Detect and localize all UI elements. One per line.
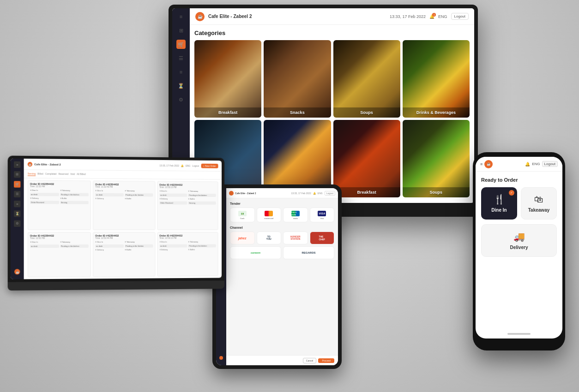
laptop-sidebar-icon-4[interactable]: ≡ bbox=[14, 201, 20, 207]
categories-area: Categories Breakfast Snacks Soups Drinks… bbox=[190, 25, 474, 203]
laptop-sidebar-icon-active[interactable]: 🛒 bbox=[14, 181, 20, 187]
sidebar-icon-active[interactable]: 🛒 bbox=[176, 40, 186, 49]
channel-thechef[interactable]: THECHEF bbox=[310, 232, 335, 244]
laptop-tab-reserved[interactable]: Reserved bbox=[58, 172, 68, 176]
mastercard-icon bbox=[265, 211, 273, 216]
phone-dine-in-option[interactable]: ✓ 🍴 Dine In bbox=[481, 187, 517, 220]
laptop-order-row-6-buffet: ✕ Buffet bbox=[188, 248, 216, 250]
tablet-bell[interactable]: 🔔 bbox=[313, 192, 316, 195]
laptop-order-tag-3c: Order Received bbox=[159, 201, 187, 204]
category-soups-1[interactable]: Soups bbox=[333, 40, 400, 118]
laptop-tab-void[interactable]: Void bbox=[70, 172, 75, 176]
category-soups-2[interactable]: Soups bbox=[403, 120, 470, 197]
sidebar-icon-settings[interactable]: ⚙ bbox=[176, 95, 186, 104]
tablet-brand-logo bbox=[229, 191, 234, 196]
category-breakfast-1[interactable]: Breakfast bbox=[194, 40, 261, 118]
laptop-order-card-4[interactable]: Order ID #42354432 Time: 12:52 PM ✕ Dine… bbox=[28, 232, 91, 277]
laptop-order-card-1[interactable]: Order ID #42354432 Time: 12:32 PM ✕ Dine… bbox=[28, 180, 91, 230]
channel-section: Channel jahez TOYOU HUNGERSTATION THECHE… bbox=[230, 226, 334, 259]
tablet-status-dot bbox=[219, 356, 223, 360]
phone-delivery-icon: 🚚 bbox=[513, 231, 525, 242]
category-snacks-1[interactable]: Snacks bbox=[264, 40, 331, 118]
phone-delivery-option[interactable]: 🚚 Delivery bbox=[481, 224, 557, 257]
laptop-sidebar: ≡ ⊞ 🛒 ☰ ≡ ⏳ ⚙ ☕ bbox=[11, 159, 24, 279]
header-right: 13:33, 17 Feb 2022 🔔 1 ENG Logout bbox=[390, 13, 469, 20]
categories-title: Categories bbox=[194, 30, 470, 36]
laptop-brand-logo: ☕ bbox=[28, 162, 32, 166]
laptop-order-tag-4b: Pending in the kitchen bbox=[60, 244, 89, 248]
laptop-sidebar-icon-5[interactable]: ⏳ bbox=[14, 210, 20, 217]
laptop-order-time-3: Time: 12:53:13 PM bbox=[159, 186, 216, 189]
tender-section: Tender 💵 Cash mastercard CS3.0 mada ma bbox=[230, 202, 334, 222]
laptop-lang[interactable]: ENG bbox=[186, 164, 191, 167]
laptop-order-time-2: Time: 11:32:43 PM bbox=[95, 186, 153, 189]
phone-dine-in-icon: 🍴 bbox=[494, 194, 505, 205]
phone-lang-selector[interactable]: ENG bbox=[532, 162, 540, 166]
laptop-tab-serving[interactable]: Serving bbox=[28, 172, 36, 176]
tablet-cancel-button[interactable]: Cancel bbox=[303, 358, 317, 363]
tender-mada[interactable]: CS3.0 mada mada bbox=[283, 208, 308, 222]
tablet-proceed-button[interactable]: Proceed bbox=[318, 358, 334, 363]
laptop-order-row-2-delivery: ✕ Delivery bbox=[95, 197, 124, 200]
category-drinks-1[interactable]: Drinks & Beverages bbox=[403, 40, 470, 118]
categories-grid: Breakfast Snacks Soups Drinks & Beverage… bbox=[194, 40, 470, 197]
laptop-order-tag-1c: Order Received bbox=[30, 201, 59, 204]
channel-careem[interactable]: careem bbox=[230, 246, 281, 259]
laptop-order-card-6[interactable]: Order ID #42354432 Time: 12:53:13 PM ✕ D… bbox=[157, 232, 218, 276]
sidebar-icon-list[interactable]: ☰ bbox=[176, 53, 186, 63]
header-time: 13:33, 17 Feb 2022 bbox=[390, 14, 426, 19]
tender-visa-label: Visa bbox=[320, 217, 324, 220]
phone-takeaway-option[interactable]: 🛍 Takeaway bbox=[521, 187, 557, 220]
tablet-logout[interactable]: Logout bbox=[325, 191, 335, 196]
channel-toyou[interactable]: TOYOU bbox=[257, 232, 282, 244]
laptop-sidebar-icon-2[interactable]: ⊞ bbox=[14, 171, 20, 178]
laptop-order-row-3-buffet: ✕ Buffet bbox=[188, 198, 216, 200]
laptop-tab-completed[interactable]: Completed bbox=[45, 172, 57, 176]
laptop-sidebar-icon-6[interactable]: ⚙ bbox=[14, 220, 20, 227]
sidebar-icon-timer[interactable]: ⏳ bbox=[176, 81, 186, 90]
phone-menu-icon[interactable]: ≡ bbox=[480, 162, 482, 166]
laptop-order-card-5[interactable]: Order ID #42354432 Time: 12:52:44 PM ✕ D… bbox=[93, 232, 155, 277]
tablet-lang[interactable]: ENG bbox=[318, 192, 323, 195]
laptop-order-tag-2b: Pending in the kitchen bbox=[125, 193, 153, 196]
tender-cash[interactable]: 💵 Cash bbox=[230, 208, 255, 222]
laptop-screen: ≡ ⊞ 🛒 ☰ ≡ ⏳ ⚙ ☕ ☕ Cafe Elite - Zabeel 2 … bbox=[11, 159, 222, 279]
sidebar-icon-items[interactable]: ≡ bbox=[176, 67, 186, 77]
tablet: Cafe Elite - Zabeel 2 13:33, 17 Feb 2022… bbox=[212, 184, 342, 369]
laptop-tab-allbilled[interactable]: All Billed bbox=[77, 172, 85, 176]
laptop-order-tag-3d: Serving bbox=[188, 202, 216, 205]
tablet-brand-name: Cafe Elite - Zabeel 2 bbox=[235, 192, 256, 195]
laptop-order-card-3[interactable]: Order ID #42354432 Time: 12:53:13 PM ✕ D… bbox=[157, 181, 218, 230]
laptop-order-card-2[interactable]: Order ID #42354432 Time: 11:32:43 PM ✕ D… bbox=[93, 181, 155, 230]
category-breakfast-2[interactable]: Breakfast bbox=[333, 120, 400, 197]
phone-bell-icon[interactable]: 🔔 bbox=[525, 162, 530, 166]
laptop-new-order-button[interactable]: + New Order bbox=[201, 163, 218, 168]
laptop-sidebar-icon-1[interactable]: ≡ bbox=[14, 161, 20, 168]
laptop-logout[interactable]: Logout bbox=[192, 164, 199, 167]
laptop-tab-billed[interactable]: Billed bbox=[37, 172, 43, 176]
category-label-drinks-1: Drinks & Beverages bbox=[403, 107, 470, 118]
laptop-order-row-delivery: ✕ Delivery bbox=[30, 197, 59, 199]
tender-mastercard[interactable]: mastercard bbox=[257, 208, 282, 222]
laptop-order-row-3-delivery: ✕ Delivery bbox=[159, 197, 187, 200]
language-selector[interactable]: ENG bbox=[438, 14, 447, 19]
laptop-main: ☕ Cafe Elite - Zabeel 2 13:33, 17 Feb 20… bbox=[24, 159, 222, 279]
logout-button[interactable]: Logout bbox=[451, 13, 469, 20]
channel-regards[interactable]: REGARDS bbox=[283, 246, 334, 259]
laptop-bell[interactable]: 🔔 bbox=[181, 164, 184, 167]
sidebar-icon-menu[interactable]: ≡ bbox=[176, 12, 186, 21]
laptop: ≡ ⊞ 🛒 ☰ ≡ ⏳ ⚙ ☕ ☕ Cafe Elite - Zabeel 2 … bbox=[8, 156, 224, 306]
tablet-content: Tender 💵 Cash mastercard CS3.0 mada ma bbox=[226, 198, 338, 355]
mada-icon: CS3.0 mada bbox=[291, 211, 300, 216]
phone-content: Ready to Order ✓ 🍴 Dine In 🛍 Takeaway 🚚 … bbox=[476, 172, 562, 329]
laptop-order-rows-5: ✕ Dine In ✕ Takeaway as desk Pending in … bbox=[95, 241, 153, 251]
channel-jahez[interactable]: jahez bbox=[230, 232, 255, 244]
channel-hunger[interactable]: HUNGERSTATION bbox=[283, 232, 308, 244]
bell-icon[interactable]: 🔔 1 bbox=[429, 14, 434, 19]
tender-visa[interactable]: VISA Visa bbox=[310, 208, 335, 222]
phone-logout-button[interactable]: Logout bbox=[542, 161, 558, 167]
sidebar-icon-grid[interactable]: ⊞ bbox=[176, 26, 186, 35]
brand-logo: ☕ bbox=[195, 12, 205, 21]
laptop-sidebar-icon-3[interactable]: ☰ bbox=[14, 191, 20, 197]
phone-delivery-label: Delivery bbox=[510, 245, 528, 250]
